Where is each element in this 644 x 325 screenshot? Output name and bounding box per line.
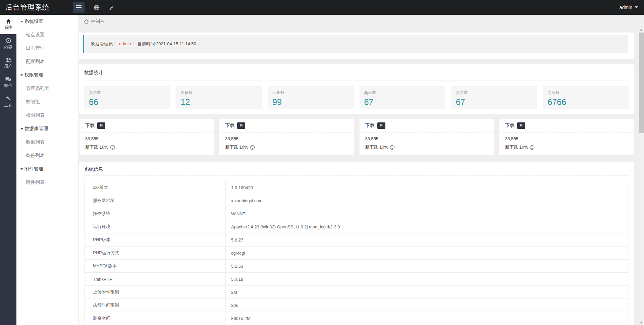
month-badge: 月 <box>377 122 385 128</box>
stat-card-articles-2: 文章数 67 <box>451 86 537 109</box>
hamburger-menu-button[interactable] <box>73 2 85 13</box>
breadcrumb: 控制台 <box>79 15 634 28</box>
month-badge: 月 <box>237 122 245 128</box>
smiley-icon <box>110 145 115 150</box>
download-note: 新下载 10% <box>85 144 108 150</box>
download-note: 新下载 10% <box>365 144 388 150</box>
system-info-panel: 系统信息 xxx版本 1.0.180420 服务器地址 x.xuebingsi.… <box>79 162 634 325</box>
table-row: xxx版本 1.0.180420 <box>85 181 629 194</box>
caret-down-icon <box>20 21 23 22</box>
comments-icon <box>5 77 11 82</box>
month-badge: 月 <box>517 122 525 128</box>
sidebar-menu: 系统设置 站点设置 日志管理 配置列表 权限管理 管理员列表 权限组 权限列表 … <box>16 15 78 325</box>
breadcrumb-console[interactable]: 控制台 <box>91 18 104 24</box>
globe-icon[interactable] <box>94 5 100 10</box>
scrollbar-thumb[interactable] <box>639 33 644 133</box>
caret-down-icon <box>20 168 23 170</box>
rail-item-users[interactable]: 用户 <box>0 54 16 73</box>
stats-panel-title: 数据统计 <box>84 64 629 80</box>
download-count: 33,555 <box>85 136 208 141</box>
download-title: 下载 <box>225 123 234 129</box>
stat-card-replies: 回复数 99 <box>268 86 354 109</box>
main-content: 控制台 欢迎管理员： admin！ 当前时间:2021-04-15 11:14:… <box>78 15 639 325</box>
rail-item-label: 工具 <box>4 103 12 108</box>
rail-item-label: 微信 <box>4 83 12 89</box>
caret-down-icon <box>20 74 23 76</box>
table-row: 操作系统 WINNT <box>85 207 629 220</box>
table-row: PHP运行方式 cgi-fcgi <box>85 247 629 260</box>
sidebar-item-attachment-management[interactable]: 附件管理 <box>16 162 78 176</box>
hamburger-icon <box>76 5 82 6</box>
download-card: 下载 月 33,555 新下载 10% <box>219 118 354 155</box>
rail-item-system[interactable]: 系统 <box>0 15 16 34</box>
stat-card-products: 商品数 67 <box>360 86 446 109</box>
rail-item-tools[interactable]: 工具 <box>0 93 16 112</box>
sidebar-item-data-list[interactable]: 数据列表 <box>16 136 78 149</box>
sidebar-item-backup-list[interactable]: 备份列表 <box>16 149 78 162</box>
table-row: MYSQL版本 5.5.53 <box>85 260 629 273</box>
sidebar-item-admin-list[interactable]: 管理员列表 <box>16 82 78 95</box>
download-count: 33,555 <box>225 136 348 141</box>
top-header: 后台管理系统 admin <box>0 0 644 15</box>
table-row: 服务器地址 x.xuebingsi.com <box>85 194 629 207</box>
sidebar-item-site-settings[interactable]: 站点设置 <box>16 28 78 42</box>
stat-card-articles: 文章数 66 <box>84 86 170 109</box>
smiley-icon <box>390 145 395 150</box>
stat-card-members: 会员数 12 <box>176 86 262 109</box>
sidebar-item-system-settings[interactable]: 系统设置 <box>16 15 78 28</box>
table-row: 剩余空间 86015.2M <box>85 312 629 325</box>
download-card: 下载 月 33,555 新下载 10% <box>79 118 214 155</box>
stats-panel: 数据统计 文章数 66 会员数 12 回复数 99 商品数 67 文章数 67 <box>79 64 634 114</box>
rail-item-label: 系统 <box>4 25 12 31</box>
sidebar-item-permission-management[interactable]: 权限管理 <box>16 68 78 82</box>
users-icon <box>5 58 11 62</box>
table-row: 上传附件限制 2M <box>85 286 629 299</box>
welcome-prefix: 欢迎管理员： <box>91 41 117 47</box>
content-icon <box>6 38 11 43</box>
download-card: 下载 月 33,555 新下载 10% <box>359 118 494 155</box>
system-info-title: 系统信息 <box>84 162 629 176</box>
download-title: 下载 <box>85 123 95 129</box>
rail-item-wechat[interactable]: 微信 <box>0 73 16 93</box>
stat-card-articles-3: 文章数 6766 <box>543 86 629 109</box>
stat-grid: 文章数 66 会员数 12 回复数 99 商品数 67 文章数 67 文章数 6… <box>84 86 629 109</box>
user-menu[interactable]: admin <box>620 5 638 10</box>
sidebar-item-log-management[interactable]: 日志管理 <box>16 42 78 55</box>
rail-item-label: 内容 <box>4 44 12 50</box>
sidebar-item-permission-list[interactable]: 权限列表 <box>16 109 78 122</box>
sidebar-item-config-list[interactable]: 配置列表 <box>16 55 78 68</box>
welcome-time: 当前时间:2021-04-15 11:14:50 <box>137 41 196 47</box>
caret-down-icon <box>20 128 23 130</box>
welcome-panel: 欢迎管理员： admin！ 当前时间:2021-04-15 11:14:50 <box>79 33 634 59</box>
table-row: 执行时间限制 30s <box>85 299 629 312</box>
user-name: admin <box>620 5 632 10</box>
table-row: ThinkPHP 5.0.18 <box>85 273 629 286</box>
sidebar-item-database-management[interactable]: 数据库管理 <box>16 122 78 136</box>
welcome-username: admin！ <box>119 41 135 47</box>
download-count: 33,555 <box>505 136 628 141</box>
chevron-down-icon <box>635 6 638 8</box>
download-note: 新下载 10% <box>225 144 248 150</box>
rail-item-label: 用户 <box>4 63 12 69</box>
system-info-table: xxx版本 1.0.180420 服务器地址 x.xuebingsi.com 操… <box>84 181 629 325</box>
clear-cache-brush-icon[interactable] <box>109 5 115 10</box>
smiley-icon <box>250 145 255 150</box>
download-note: 新下载 10% <box>505 144 528 150</box>
download-card: 下载 月 33,555 新下载 10% <box>499 118 634 155</box>
vertical-scrollbar[interactable] <box>639 28 644 325</box>
home-icon <box>6 19 11 24</box>
month-badge: 月 <box>97 122 105 128</box>
table-row: PHP版本 5.6.27 <box>85 233 629 247</box>
home-outline-icon <box>84 19 89 24</box>
welcome-banner: 欢迎管理员： admin！ 当前时间:2021-04-15 11:14:50 <box>83 35 628 53</box>
scroll-down-arrow-icon[interactable] <box>640 322 643 324</box>
icon-rail: 系统 内容 用户 微信 工具 <box>0 15 16 325</box>
app-title: 后台管理系统 <box>0 3 73 12</box>
rail-item-content[interactable]: 内容 <box>0 34 16 54</box>
download-title: 下载 <box>505 123 515 129</box>
sidebar-item-permission-group[interactable]: 权限组 <box>16 95 78 109</box>
download-count: 33,555 <box>365 136 488 141</box>
table-row: 运行环境 Apache/2.4.23 (Win32) OpenSSL/1.0.2… <box>85 220 629 233</box>
sidebar-item-attachment-list[interactable]: 附件列表 <box>16 176 78 189</box>
scroll-up-arrow-icon[interactable] <box>640 29 643 31</box>
